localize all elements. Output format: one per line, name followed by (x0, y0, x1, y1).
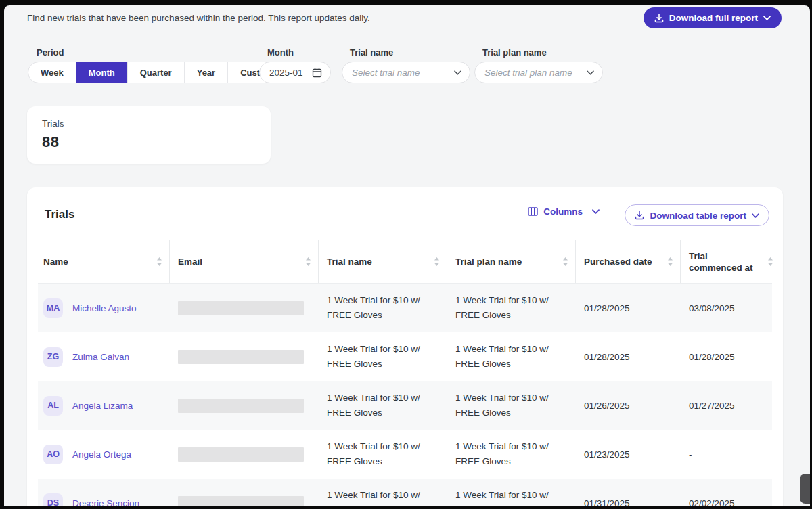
email-redacted-block (178, 301, 304, 315)
sort-icon[interactable] (434, 257, 440, 266)
month-picker[interactable]: 2025-01 (259, 62, 331, 83)
trial-plan-name-select[interactable]: Select trial plan name (474, 62, 603, 83)
customer-name-link[interactable]: Zulma Galvan (72, 352, 129, 362)
period-label: Period (37, 47, 64, 58)
calendar-icon (312, 68, 322, 78)
trial-name-select[interactable]: Select trial name (342, 62, 470, 83)
column-header-trial-name[interactable]: Trial name (319, 240, 447, 283)
period-option-year[interactable]: Year (185, 62, 228, 83)
trial-commenced-text: 01/27/2025 (689, 401, 735, 411)
trial-name-text: 1 Week Trial for $10 w/ FREE Gloves (327, 439, 441, 469)
purchased-date-text: 01/28/2025 (584, 352, 630, 362)
email-redacted-block (178, 496, 304, 507)
chevron-down-icon (587, 70, 594, 75)
columns-button[interactable]: Columns (528, 206, 600, 217)
chevron-down-icon (763, 16, 771, 20)
trials-stat-card: Trials 88 (27, 106, 271, 164)
column-header-label: Trial commenced at (689, 250, 763, 273)
avatar: AO (43, 445, 63, 464)
trial-name-text: 1 Week Trial for $10 w/ FREE Gloves (327, 391, 441, 420)
purchased-date-text: 01/28/2025 (584, 303, 630, 313)
email-redacted-block (178, 350, 304, 364)
sort-icon[interactable] (156, 257, 162, 266)
trial-name-text: 1 Week Trial for $10 w/ FREE Gloves (327, 293, 441, 323)
download-icon (654, 14, 664, 23)
customer-name-link[interactable]: Deserie Sencion (72, 498, 139, 507)
chevron-down-icon (752, 213, 759, 218)
column-header-trial-commenced-at[interactable]: Trial commenced at (681, 240, 780, 283)
column-header-label: Trial name (327, 256, 372, 267)
purchased-date-text: 01/31/2025 (584, 498, 630, 507)
columns-button-label: Columns (543, 206, 583, 217)
download-icon (635, 211, 644, 220)
trial-plan-name-text: 1 Week Trial for $10 w/ FREE Gloves (455, 342, 569, 372)
period-option-week[interactable]: Week (28, 62, 76, 83)
customer-name-link[interactable]: Michelle Agusto (72, 303, 137, 313)
avatar: ZG (43, 347, 63, 367)
trial-plan-name-placeholder: Select trial plan name (484, 68, 572, 78)
column-header-label: Purchased date (584, 256, 652, 267)
column-header-name[interactable]: Name (38, 240, 170, 283)
sort-icon[interactable] (667, 257, 673, 266)
column-header-label: Trial plan name (455, 256, 522, 267)
trial-plan-name-text: 1 Week Trial for $10 w/ FREE Gloves (455, 488, 569, 506)
trials-table-card: Trials Columns Download table report Nam… (27, 187, 783, 506)
columns-icon (528, 207, 538, 216)
table-row: AL Angela Lizama 1 Week Trial for $10 w/… (38, 381, 772, 430)
avatar: AL (43, 396, 63, 416)
sort-icon[interactable] (767, 257, 773, 266)
trial-plan-name-text: 1 Week Trial for $10 w/ FREE Gloves (455, 439, 569, 469)
trial-name-text: 1 Week Trial for $10 w/ FREE Gloves (327, 488, 441, 506)
email-redacted-block (178, 399, 304, 413)
table-header-row: Name Email Trial name Trial plan name Pu… (38, 240, 772, 284)
trial-name-placeholder: Select trial name (352, 68, 420, 78)
app-screen: Find new trials that have been purchased… (4, 5, 810, 506)
sort-icon[interactable] (562, 257, 568, 266)
report-description: Find new trials that have been purchased… (27, 13, 370, 23)
trials-stat-value: 88 (42, 133, 256, 151)
table-title: Trials (45, 208, 74, 221)
trials-stat-label: Trials (42, 118, 256, 129)
trial-name-text: 1 Week Trial for $10 w/ FREE Gloves (327, 342, 441, 372)
customer-name-link[interactable]: Angela Ortega (72, 449, 131, 460)
trial-name-label: Trial name (350, 47, 393, 58)
chevron-down-icon (592, 209, 600, 214)
trial-commenced-text: 03/08/2025 (689, 303, 735, 313)
period-option-month[interactable]: Month (76, 62, 128, 83)
period-option-quarter[interactable]: Quarter (128, 62, 185, 83)
customer-name-link[interactable]: Angela Lizama (72, 401, 133, 411)
period-segmented-control: Week Month Quarter Year Custom (28, 62, 286, 83)
month-label: Month (267, 47, 294, 58)
table-row: ZG Zulma Galvan 1 Week Trial for $10 w/ … (38, 332, 772, 381)
sort-icon[interactable] (305, 257, 311, 266)
column-header-trial-plan-name[interactable]: Trial plan name (447, 240, 576, 283)
download-table-report-button[interactable]: Download table report (625, 204, 769, 226)
avatar: DS (43, 493, 63, 507)
table-row: DS Deserie Sencion 1 Week Trial for $10 … (38, 479, 772, 506)
side-panel-tab[interactable] (800, 474, 810, 504)
column-header-label: Email (178, 256, 202, 267)
trial-plan-name-label: Trial plan name (482, 47, 547, 58)
email-redacted-block (178, 447, 304, 462)
column-header-purchased-date[interactable]: Purchased date (576, 240, 681, 283)
month-value: 2025-01 (269, 68, 303, 78)
download-table-report-label: Download table report (650, 211, 746, 221)
trial-commenced-text: 02/02/2025 (689, 498, 735, 507)
trial-plan-name-text: 1 Week Trial for $10 w/ FREE Gloves (455, 391, 569, 420)
table-row: AO Angela Ortega 1 Week Trial for $10 w/… (38, 430, 772, 479)
download-full-report-button[interactable]: Download full report (644, 7, 782, 28)
purchased-date-text: 01/23/2025 (584, 449, 630, 460)
trial-plan-name-text: 1 Week Trial for $10 w/ FREE Gloves (455, 293, 569, 323)
trial-commenced-text: 01/28/2025 (689, 352, 735, 362)
purchased-date-text: 01/26/2025 (584, 401, 630, 411)
chevron-down-icon (454, 70, 461, 75)
table-row: MA Michelle Agusto 1 Week Trial for $10 … (38, 284, 772, 332)
avatar: MA (43, 298, 63, 318)
column-header-email[interactable]: Email (170, 240, 319, 283)
download-full-report-label: Download full report (669, 13, 758, 23)
column-header-label: Name (43, 256, 68, 267)
trial-commenced-text: - (689, 449, 692, 460)
